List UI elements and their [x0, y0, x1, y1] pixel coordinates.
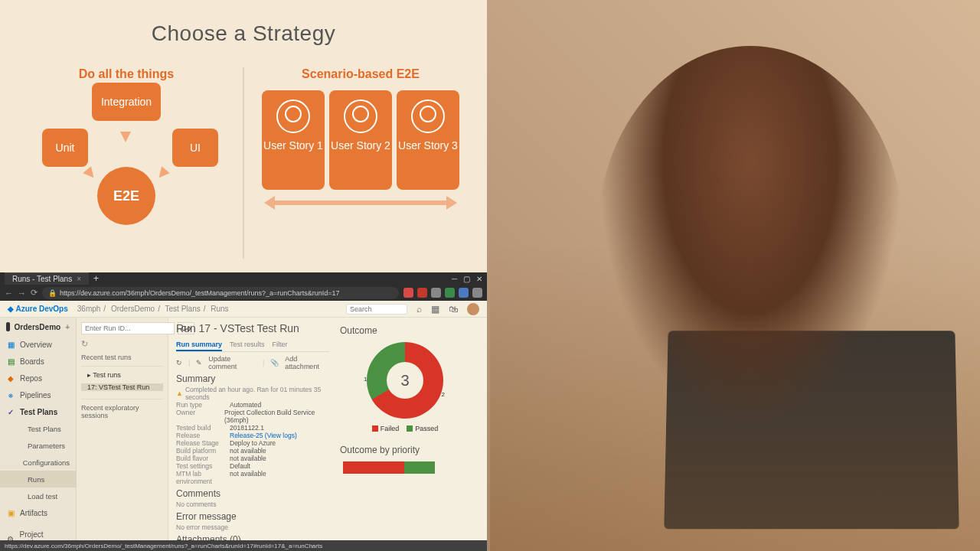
double-arrow-icon	[264, 196, 457, 210]
crumb[interactable]: Test Plans	[165, 305, 201, 313]
edit-icon: ✎	[196, 359, 202, 367]
maximize-icon[interactable]: ▢	[463, 275, 470, 283]
nav-icon	[14, 474, 23, 484]
grid-icon[interactable]: ▦	[431, 304, 439, 315]
update-comment-button[interactable]: Update comment	[208, 355, 256, 370]
sidebar-item-runs[interactable]: Runs	[0, 471, 76, 487]
browser-tab[interactable]: Runs - Test Plans ×	[5, 272, 89, 285]
nav-label: Configurations	[23, 458, 70, 467]
nav-label: Runs	[28, 475, 44, 484]
reload-icon[interactable]: ⟳	[31, 288, 38, 298]
prop-key: Release	[176, 432, 230, 439]
run-id-input[interactable]	[81, 322, 175, 334]
forward-icon[interactable]: →	[18, 289, 26, 298]
url-input[interactable]: 🔒 https://dev.azure.com/36mph/OrdersDemo…	[42, 287, 399, 299]
refresh-icon[interactable]: ↻	[176, 359, 182, 367]
crumb[interactable]: OrdersDemo	[111, 305, 155, 313]
prop-value: Deploy to Azure	[230, 439, 276, 447]
add-attachment-button[interactable]: Add attachment	[285, 355, 329, 370]
prop-value[interactable]: Release-25 (View logs)	[230, 432, 297, 439]
tree-run-item[interactable]: 17: VSTest Test Run	[81, 383, 163, 391]
avatar[interactable]	[467, 303, 479, 315]
breadcrumb: 36mph/ OrdersDemo/ Test Plans/ Runs	[77, 305, 229, 313]
prop-key: Tested build	[176, 424, 230, 432]
ext-icon[interactable]	[431, 288, 441, 298]
arrow-icon	[155, 166, 170, 181]
sidebar-item-load-test[interactable]: Load test	[0, 487, 76, 504]
nav-icon: ◆	[6, 373, 15, 383]
sidebar-item-boards[interactable]: ▤Boards	[0, 353, 76, 370]
e2e-circle: E2E	[97, 167, 155, 225]
search-input[interactable]	[346, 304, 407, 315]
nav-label: Test Plans	[20, 408, 57, 416]
outcome-column: Outcome 3 1 2 Failed Passed Outcome by p…	[340, 322, 470, 546]
flow-diagram: Integration Unit UI E2E	[27, 90, 226, 220]
property-row: Build platformnot available	[176, 447, 329, 455]
slide-content: Do all the things Integration Unit UI E2…	[15, 67, 472, 259]
extension-icons	[403, 288, 482, 298]
persona-icon	[411, 99, 445, 133]
marketplace-icon[interactable]: 🛍	[449, 304, 458, 315]
warning-icon: ▲	[176, 390, 183, 397]
project-icon	[6, 322, 10, 331]
crumb[interactable]: Runs	[211, 305, 228, 313]
outcome-heading: Outcome	[340, 325, 470, 336]
property-row: MTM lab environmentnot available	[176, 470, 329, 485]
error-heading: Error message	[176, 511, 329, 522]
crumb[interactable]: 36mph	[77, 305, 101, 313]
nav-label: Pipelines	[20, 391, 51, 399]
browser-status-bar: https://dev.azure.com/36mph/OrdersDemo/_…	[0, 540, 487, 551]
nav-icon: ⎈	[6, 390, 15, 399]
ext-icon[interactable]	[417, 288, 427, 298]
comments-value: No comments	[176, 500, 329, 508]
property-row: Run typeAutomated	[176, 401, 329, 409]
prop-value: not available	[230, 470, 266, 485]
nav-label: Overview	[20, 341, 52, 349]
ext-icon[interactable]	[445, 288, 455, 298]
user-story-3: User Story 3	[397, 90, 459, 190]
refresh-icon[interactable]: ↻	[81, 339, 163, 349]
new-tab-button[interactable]: +	[93, 273, 99, 284]
error-value: No error message	[176, 523, 329, 531]
project-selector[interactable]: OrdersDemo +	[0, 318, 76, 336]
slide-col-left: Do all the things Integration Unit UI E2…	[19, 67, 234, 259]
priority-heading: Outcome by priority	[340, 445, 470, 455]
close-icon[interactable]: ✕	[476, 275, 482, 283]
sidebar-item-repos[interactable]: ◆Repos	[0, 370, 76, 386]
azure-devops-logo[interactable]: ◆ Azure DevOps	[8, 305, 68, 313]
search-icon[interactable]: ⌕	[416, 304, 422, 315]
summary-column: Run 17 - VSTest Test Run Run summary Tes…	[176, 322, 329, 546]
arrow-icon	[120, 132, 131, 142]
property-row: Release StageDeploy to Azure	[176, 439, 329, 447]
sidebar-item-test-plans[interactable]: Test Plans	[0, 420, 76, 437]
tab-label: Runs - Test Plans	[12, 275, 72, 283]
legend-failed: Failed	[372, 425, 400, 432]
tab-test-results[interactable]: Test results	[230, 339, 265, 351]
tab-filter[interactable]: Filter	[273, 339, 288, 351]
prop-key: MTM lab environment	[176, 470, 230, 485]
ext-icon[interactable]	[472, 288, 482, 298]
sidebar-item-test-plans[interactable]: ✓Test Plans	[0, 403, 76, 420]
sidebar-item-configurations[interactable]: Configurations	[0, 454, 76, 471]
nav-icon	[14, 424, 23, 433]
sidebar-item-parameters[interactable]: Parameters	[0, 437, 76, 454]
sidebar-item-artifacts[interactable]: ▣Artifacts	[0, 504, 76, 521]
tab-run-summary[interactable]: Run summary	[176, 339, 222, 351]
nav-icon	[14, 441, 23, 450]
close-icon[interactable]: ×	[77, 275, 81, 283]
story-label: User Story 3	[398, 139, 458, 152]
exploratory-link[interactable]: Recent exploratory sessions	[81, 404, 163, 419]
recent-runs-link[interactable]: Recent test runs	[81, 354, 163, 361]
sidebar-item-overview[interactable]: ▦Overview	[0, 336, 76, 353]
plus-icon[interactable]: +	[65, 323, 70, 331]
back-icon[interactable]: ←	[5, 289, 13, 298]
prop-key: Owner	[176, 409, 224, 424]
ext-icon[interactable]	[403, 288, 413, 298]
tree-header[interactable]: ▸ Test runs	[81, 371, 163, 379]
sidebar-item-pipelines[interactable]: ⎈Pipelines	[0, 386, 76, 403]
properties-table: Run typeAutomatedOwnerProject Collection…	[176, 401, 329, 485]
minimize-icon[interactable]: ─	[452, 275, 457, 283]
nav-label: Load test	[28, 492, 57, 500]
property-row: Build flavornot available	[176, 455, 329, 462]
ext-icon[interactable]	[459, 288, 469, 298]
